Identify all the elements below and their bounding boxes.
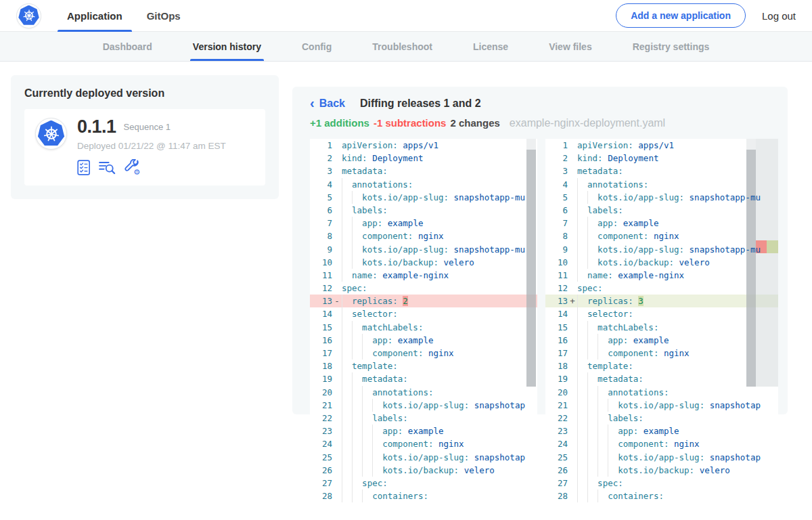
code-text: component: nginx: [577, 437, 778, 450]
code-text: template:: [577, 360, 778, 372]
release-notes-button checklist-icon[interactable]: [77, 160, 91, 175]
code-line: 21 kots.io/app-slug: snapshotap: [545, 399, 778, 412]
code-line: 26 kots.io/backup: velero: [545, 464, 778, 477]
line-number: 15: [545, 321, 568, 334]
deployed-card-title: Currently deployed version: [24, 87, 265, 100]
diff-sign: [332, 191, 342, 204]
line-number: 19: [310, 372, 332, 385]
main-content: Currently deployed version: [0, 62, 812, 520]
code-line: 20 annotations:: [310, 386, 537, 399]
diff-sign: [332, 256, 342, 269]
deployed-timestamp: Deployed 01/21/22 @ 11:47 am EST: [77, 141, 226, 151]
diff-sign: [332, 165, 342, 177]
view-diff-button search-lines-icon[interactable]: [99, 160, 116, 175]
diff-sign: [332, 477, 342, 490]
logout-button[interactable]: Log out: [762, 10, 796, 22]
diff-sign: [568, 347, 577, 360]
line-number: 24: [545, 437, 568, 450]
line-number: 18: [545, 360, 568, 372]
tab-dashboard[interactable]: Dashboard: [103, 32, 152, 61]
diff-header: ‹ Back Diffing releases 1 and 2: [310, 96, 778, 110]
code-line: 15 matchLabels:: [310, 321, 537, 334]
line-number: 1: [545, 139, 568, 152]
line-number: 13: [310, 295, 332, 307]
code-text: replicas: 2: [342, 295, 537, 307]
diff-sign: [332, 360, 342, 372]
line-number: 7: [545, 217, 568, 230]
diff-sign: [332, 425, 342, 437]
add-application-button[interactable]: Add a new application: [616, 3, 746, 28]
line-number: 14: [545, 307, 568, 320]
code-line: 7 app: example: [545, 217, 778, 230]
line-number: 22: [545, 412, 568, 425]
diff-sign: [332, 178, 342, 191]
code-line: 15 matchLabels:: [545, 321, 778, 334]
code-text: component: nginx: [577, 230, 778, 242]
code-text: app: example: [342, 334, 537, 347]
code-line: 5 kots.io/app-slug: snapshotapp-mu: [310, 191, 537, 204]
code-line: 19 metadata:: [545, 372, 778, 385]
code-text: kots.io/app-slug: snapshotap: [577, 399, 778, 412]
back-button[interactable]: ‹ Back: [310, 98, 345, 110]
code-text: component: nginx: [342, 437, 537, 450]
code-text: kots.io/app-slug: snapshotapp-mu: [577, 191, 778, 204]
code-line: 6 labels:: [545, 204, 778, 217]
diff-sign: [332, 347, 342, 360]
code-line: 5 kots.io/app-slug: snapshotapp-mu: [545, 191, 778, 204]
tab-view-files[interactable]: View files: [549, 32, 592, 61]
tab-config[interactable]: Config: [302, 32, 332, 61]
code-line: 13- replicas: 2: [310, 295, 537, 307]
tab-registry-settings[interactable]: Registry settings: [633, 32, 710, 61]
line-number: 2: [310, 152, 332, 165]
code-line: 20 annotations:: [545, 386, 778, 399]
diff-sign: [332, 372, 342, 385]
gear-glyph: ⚙: [133, 167, 140, 175]
code-line: 18 template:: [545, 360, 778, 372]
line-number: 12: [310, 282, 332, 295]
line-number: 23: [545, 425, 568, 437]
config-button wrench-gear-icon[interactable]: ⚙: [124, 159, 141, 175]
code-text: component: nginx: [342, 230, 537, 242]
diff-sign: [568, 256, 577, 269]
line-number: 11: [310, 269, 332, 282]
code-line: 2kind: Deployment: [310, 152, 537, 165]
line-number: 17: [310, 347, 332, 360]
line-number: 11: [545, 269, 568, 282]
diff-sign: [568, 490, 577, 502]
line-number: 17: [545, 347, 568, 360]
line-number: 26: [545, 464, 568, 477]
diff-sign: [568, 372, 577, 385]
code-text: component: nginx: [577, 347, 778, 360]
tab-troubleshoot[interactable]: Troubleshoot: [372, 32, 432, 61]
top-nav-tabs: ApplicationGitOps: [58, 0, 196, 31]
tab-version-history[interactable]: Version history: [193, 32, 261, 61]
diff-sign: [568, 477, 577, 490]
currently-deployed-card: Currently deployed version: [11, 75, 279, 199]
code-line: 25 kots.io/app-slug: snapshotap: [545, 451, 778, 464]
diff-panel-modified[interactable]: 1apiVersion: apps/v12kind: Deployment3me…: [545, 139, 778, 504]
tab-license[interactable]: License: [473, 32, 508, 61]
code-line: 9 kots.io/app-slug: snapshotapp-mu: [545, 243, 778, 256]
diff-sign: +: [568, 295, 577, 307]
nav-tab-gitops[interactable]: GitOps: [137, 0, 190, 31]
code-text: metadata:: [342, 372, 537, 385]
line-number: 7: [310, 217, 332, 230]
sub-nav-tabs: DashboardVersion historyConfigTroublesho…: [0, 32, 812, 62]
code-text: spec:: [577, 477, 778, 490]
diff-sign: [568, 437, 577, 450]
code-line: 26 kots.io/backup: velero: [310, 464, 537, 477]
code-line: 22 labels:: [545, 412, 778, 425]
kubernetes-wheel-icon: [43, 125, 60, 143]
code-text: app: example: [342, 217, 537, 230]
diff-sign: [568, 165, 577, 177]
line-number: 9: [310, 243, 332, 256]
diff-sign: [568, 412, 577, 425]
diff-sign: [568, 464, 577, 477]
line-number: 24: [310, 437, 332, 450]
diff-panel-original[interactable]: 1apiVersion: apps/v12kind: Deployment3me…: [310, 139, 537, 504]
diff-sign: [568, 269, 577, 282]
line-number: 8: [310, 230, 332, 242]
kubernetes-wheel-icon: [22, 9, 36, 22]
nav-tab-application[interactable]: Application: [58, 0, 132, 31]
line-number: 2: [545, 152, 568, 165]
